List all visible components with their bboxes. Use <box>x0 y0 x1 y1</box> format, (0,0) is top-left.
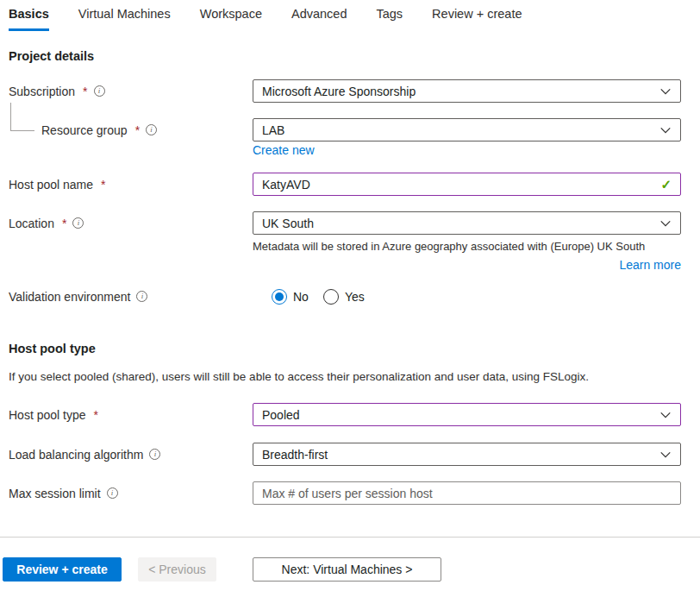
valid-check-icon: ✓ <box>660 177 672 192</box>
tab-workspace[interactable]: Workspace <box>200 7 262 31</box>
learn-more-row: Learn more <box>253 257 681 273</box>
chevron-down-icon <box>659 217 672 229</box>
host-pool-type-heading: Host pool type <box>9 342 96 355</box>
required-asterisk: * <box>94 408 98 422</box>
footer-divider <box>0 537 700 538</box>
resource-group-label: Resource group* i <box>41 118 157 141</box>
review-create-button[interactable]: Review + create <box>3 557 122 582</box>
location-label: Location* i <box>9 211 84 235</box>
max-session-limit-placeholder: Max # of users per session host <box>262 487 433 500</box>
next-virtual-machines-button[interactable]: Next: Virtual Machines > <box>253 557 441 582</box>
chevron-down-icon <box>659 85 672 97</box>
chevron-down-icon <box>659 409 672 421</box>
info-icon[interactable]: i <box>107 487 118 499</box>
host-pool-type-description: If you select pooled (shared), users wil… <box>9 370 589 383</box>
subscription-label-text: Subscription <box>9 85 75 98</box>
subscription-label: Subscription* i <box>9 79 105 103</box>
info-icon[interactable]: i <box>72 217 84 229</box>
location-value: UK South <box>262 217 314 230</box>
load-balancing-value: Breadth-first <box>262 448 328 462</box>
tab-review-create[interactable]: Review + create <box>432 7 522 31</box>
validation-environment-label-text: Validation environment <box>9 290 130 304</box>
required-asterisk: * <box>135 123 140 137</box>
info-icon[interactable]: i <box>146 124 157 135</box>
chevron-down-icon <box>659 124 672 136</box>
resource-group-label-text: Resource group <box>41 123 128 137</box>
subscription-dropdown[interactable]: Microsoft Azure Sponsorship <box>253 79 681 103</box>
host-pool-name-label: Host pool name* <box>9 173 106 196</box>
tab-basics[interactable]: Basics <box>9 7 49 31</box>
create-host-pool-basics-page: Basics Virtual Machines Workspace Advanc… <box>0 0 700 591</box>
max-session-limit-label-text: Max session limit <box>9 487 101 500</box>
info-icon[interactable]: i <box>94 85 105 97</box>
radio-label: Yes <box>345 290 365 304</box>
parent-child-connector <box>10 103 34 131</box>
location-dropdown[interactable]: UK South <box>253 211 681 235</box>
host-pool-type-label-text: Host pool type <box>9 408 86 422</box>
host-pool-name-label-text: Host pool name <box>9 178 93 192</box>
required-asterisk: * <box>83 85 87 98</box>
host-pool-name-value: KatyAVD <box>262 178 310 192</box>
chevron-down-icon <box>659 449 672 461</box>
wizard-tab-bar: Basics Virtual Machines Workspace Advanc… <box>9 7 522 31</box>
radio-option-yes[interactable]: Yes <box>323 289 365 305</box>
validation-environment-radio-group: No Yes <box>272 285 365 308</box>
host-pool-type-value: Pooled <box>262 408 300 422</box>
resource-group-dropdown[interactable]: LAB <box>253 118 681 141</box>
tab-advanced[interactable]: Advanced <box>291 7 347 31</box>
load-balancing-label-text: Load balancing algorithm <box>9 448 143 462</box>
max-session-limit-input[interactable]: Max # of users per session host <box>253 481 681 505</box>
required-asterisk: * <box>62 217 66 230</box>
radio-icon <box>323 289 339 305</box>
project-details-heading: Project details <box>9 49 94 63</box>
load-balancing-dropdown[interactable]: Breadth-first <box>253 443 681 466</box>
subscription-value: Microsoft Azure Sponsorship <box>262 85 416 98</box>
radio-label: No <box>293 290 309 304</box>
load-balancing-label: Load balancing algorithm i <box>9 443 160 466</box>
radio-icon <box>272 289 287 305</box>
location-label-text: Location <box>9 217 54 230</box>
info-icon[interactable]: i <box>149 449 160 460</box>
resource-group-value: LAB <box>262 123 284 137</box>
tab-virtual-machines[interactable]: Virtual Machines <box>78 7 171 31</box>
host-pool-type-label: Host pool type* <box>9 403 98 426</box>
host-pool-type-dropdown[interactable]: Pooled <box>253 403 681 426</box>
location-helper-text: Metadata will be stored in Azure geograp… <box>253 240 681 253</box>
learn-more-link[interactable]: Learn more <box>619 258 681 272</box>
previous-button[interactable]: < Previous <box>138 557 216 582</box>
radio-option-no[interactable]: No <box>272 289 309 305</box>
validation-environment-label: Validation environment i <box>9 285 147 308</box>
tab-tags[interactable]: Tags <box>376 7 403 31</box>
max-session-limit-label: Max session limit i <box>9 481 118 505</box>
host-pool-name-input[interactable]: KatyAVD ✓ <box>253 173 681 196</box>
info-icon[interactable]: i <box>136 291 147 302</box>
create-new-link[interactable]: Create new <box>253 143 315 157</box>
required-asterisk: * <box>101 178 105 192</box>
